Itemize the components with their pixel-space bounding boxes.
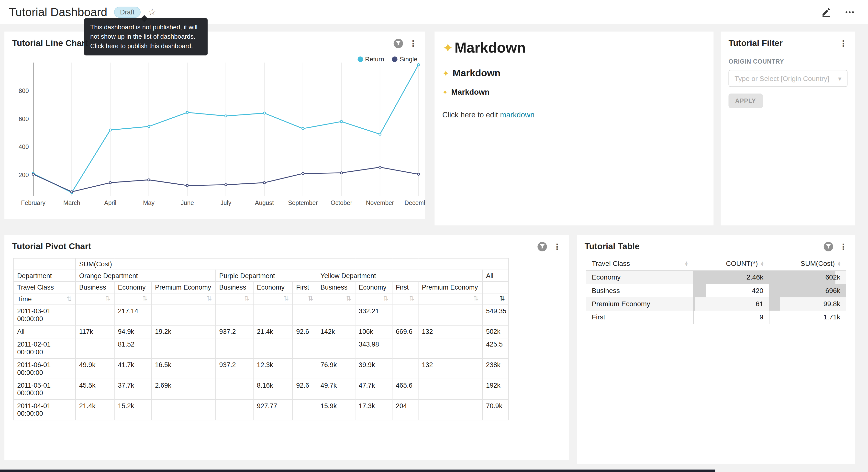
x-axis-label: April — [104, 199, 116, 206]
kebab-menu-icon[interactable]: ⋮ — [409, 39, 417, 48]
kebab-menu-icon[interactable]: ⋮ — [553, 242, 561, 251]
sort-icon[interactable]: ⇅ — [346, 295, 351, 302]
pivot-value-cell: 217.14 — [115, 305, 152, 325]
favorite-star-icon[interactable]: ☆ — [148, 7, 156, 17]
pivot-value-cell — [293, 400, 317, 420]
sort-icon[interactable]: ⇅ — [142, 295, 148, 302]
pivot-value-cell — [216, 400, 253, 420]
pivot-class-header — [483, 282, 508, 293]
sum-cell: 1.71k — [769, 311, 846, 324]
pivot-class-header: Economy — [115, 282, 152, 293]
sort-icon[interactable]: ⇅ — [244, 295, 250, 302]
pivot-value-cell: 21.4k — [75, 400, 114, 420]
line-chart-plot: 200400600800FebruaryMarchAprilMayJuneJul… — [4, 61, 425, 214]
table-row: First91.71k — [586, 311, 846, 324]
x-axis-label: August — [255, 199, 274, 206]
pivot-value-cell — [418, 305, 483, 325]
sort-icon[interactable]: ⇅ — [409, 295, 415, 302]
x-axis-label: July — [221, 199, 231, 206]
cross-filter-icon[interactable] — [394, 38, 403, 48]
pivot-group-header: Orange Department — [75, 270, 216, 282]
pivot-sort-cell: ⇅ — [75, 293, 114, 305]
data-point — [417, 173, 420, 175]
sort-icon[interactable]: ⇅ — [473, 295, 479, 302]
data-point — [109, 181, 111, 184]
column-header-sum-cost[interactable]: SUM(Cost) ▴▾ — [769, 258, 846, 270]
sort-icon[interactable]: ⇅ — [283, 295, 289, 302]
pivot-value-cell: 927.77 — [253, 400, 293, 420]
kebab-menu-icon[interactable]: ⋮ — [839, 242, 847, 251]
pivot-value-cell: 41.7k — [115, 358, 152, 379]
pivot-dimension-header: Travel Class — [13, 282, 75, 293]
x-axis-label: February — [21, 199, 45, 206]
sort-icon[interactable]: ⇅ — [105, 295, 111, 302]
pivot-class-header: Business — [75, 282, 114, 293]
kebab-menu-icon[interactable]: ⋮ — [839, 39, 847, 48]
markdown-link[interactable]: markdown — [500, 111, 534, 119]
travel-class-cell: Business — [586, 284, 693, 297]
header-actions — [821, 7, 859, 17]
pivot-value-cell: 15.2k — [115, 400, 152, 420]
table-row: Business420696k — [586, 284, 846, 297]
sum-cell: 99.8k — [769, 297, 846, 311]
table-row: Premium Economy6199.8k — [586, 297, 846, 311]
draft-badge[interactable]: Draft — [114, 6, 141, 18]
x-axis-label: December — [404, 199, 425, 206]
superset-dashboard: Tutorial Dashboard Draft ☆ This dashboar… — [0, 0, 868, 472]
card-markdown[interactable]: ✦Markdown ✦Markdown ✦Markdown Click here… — [434, 32, 713, 225]
pivot-value-cell — [293, 305, 317, 325]
pivot-value-cell: 2.69k — [151, 379, 216, 400]
cross-filter-icon[interactable] — [537, 242, 547, 251]
sort-icon[interactable]: ⇅ — [206, 295, 212, 302]
pivot-value-cell: 8.16k — [253, 379, 293, 400]
sort-icon[interactable]: ⇅ — [66, 296, 72, 302]
pivot-value-cell — [216, 338, 253, 358]
cross-filter-icon[interactable] — [824, 242, 833, 251]
cell-bar — [693, 297, 695, 311]
legend-dot-icon — [392, 57, 398, 62]
pivot-value-cell: 669.6 — [392, 325, 418, 338]
data-point — [302, 172, 304, 175]
markdown-body: ✦Markdown ✦Markdown ✦Markdown Click here… — [434, 32, 713, 119]
filter-body: ORIGIN COUNTRY Type or Select [Origin Co… — [721, 48, 855, 108]
cell-value: 2.46k — [746, 273, 763, 281]
column-header-count[interactable]: COUNT(*) ▴▾ — [693, 258, 769, 270]
tooltip-text: This dashboard is not published, it will… — [90, 24, 197, 49]
pivot-value-cell: 425.5 — [483, 338, 508, 358]
data-point — [340, 172, 343, 174]
pivot-value-cell — [75, 305, 114, 325]
edit-pencil-icon[interactable] — [821, 7, 832, 17]
table-wrap: Travel Class ▴▾ COUNT(*) ▴▾ SUM(Cost) ▴▾ — [577, 252, 855, 324]
page-title: Tutorial Dashboard — [9, 5, 107, 19]
pivot-value-cell: 17.3k — [355, 400, 392, 420]
origin-country-select[interactable]: Type or Select [Origin Country] ▾ — [728, 70, 847, 87]
pivot-value-cell: 49.9k — [75, 358, 114, 379]
sort-icon[interactable]: ⇅ — [383, 295, 389, 302]
pivot-value-cell — [151, 400, 216, 420]
sum-cell: 696k — [769, 284, 846, 297]
pivot-sort-cell: ⇅ — [293, 293, 317, 305]
cell-bar — [693, 311, 693, 324]
pivot-value-cell: 142k — [317, 325, 355, 338]
column-header-travel-class[interactable]: Travel Class ▴▾ — [586, 258, 693, 270]
pivot-value-cell — [75, 338, 114, 358]
x-axis-label: May — [143, 199, 155, 206]
pivot-value-cell — [253, 338, 293, 358]
data-point — [379, 166, 381, 168]
cell-value: 9 — [760, 313, 763, 321]
apply-button[interactable]: APPLY — [728, 94, 763, 108]
pivot-row-label: 2011-03-01 00:00:00 — [13, 305, 75, 325]
sort-icon[interactable]: ⇅ — [499, 295, 505, 302]
data-point — [340, 121, 343, 123]
pivot-value-cell: 81.52 — [115, 338, 152, 358]
pivot-value-cell: 465.6 — [392, 379, 418, 400]
pivot-row-label: 2011-02-01 00:00:00 — [13, 338, 75, 358]
cell-bar — [693, 284, 706, 297]
pivot-row-label: 2011-04-01 00:00:00 — [13, 400, 75, 420]
ellipsis-menu-icon[interactable] — [845, 7, 855, 17]
legend-dot-icon — [357, 57, 363, 62]
data-point — [148, 125, 150, 128]
pivot-title: Tutorial Pivot Chart — [12, 241, 91, 252]
sort-icon[interactable]: ⇅ — [308, 295, 313, 302]
pivot-row-label: 2011-06-01 00:00:00 — [13, 358, 75, 379]
